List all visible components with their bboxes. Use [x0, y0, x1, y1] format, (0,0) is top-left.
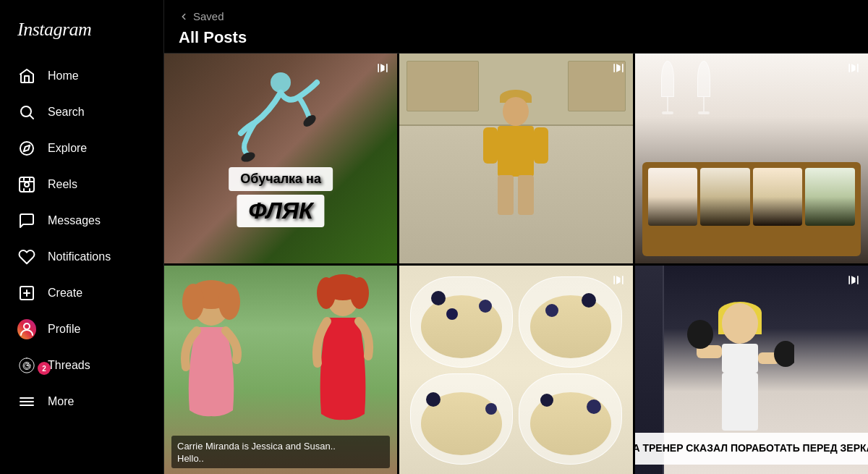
create-icon	[17, 284, 36, 302]
svg-rect-15	[498, 175, 514, 215]
search-icon	[17, 103, 36, 122]
explore-icon	[17, 139, 36, 158]
posts-grid: Обучалка на ФЛЯК	[164, 54, 868, 474]
sidebar: Instagram Home Search Explore Reels Mess…	[0, 0, 164, 474]
reel-icon-5	[611, 273, 626, 291]
svg-point-19	[182, 284, 204, 320]
main-content: Saved All Posts Обучалка на ФЛЯК	[164, 0, 868, 474]
svg-point-0	[21, 106, 31, 117]
threads-badge: 2	[38, 362, 51, 375]
reel-icon-1	[375, 61, 390, 79]
home-icon	[17, 67, 36, 85]
sidebar-item-profile[interactable]: Profile	[9, 311, 155, 347]
sidebar-item-reels[interactable]: Reels	[9, 166, 155, 203]
more-icon	[17, 392, 36, 411]
svg-point-23	[317, 277, 336, 309]
sidebar-item-label: Create	[48, 287, 82, 300]
back-label: Saved	[193, 10, 224, 22]
grid-item-cook[interactable]	[399, 54, 632, 263]
sidebar-item-label: Threads	[48, 359, 90, 372]
sidebar-item-label: Notifications	[48, 250, 111, 263]
svg-rect-14	[534, 127, 548, 164]
sidebar-item-label: Explore	[48, 142, 87, 155]
svg-point-3	[25, 182, 29, 187]
sidebar-item-label: Home	[48, 69, 79, 82]
sidebar-item-notifications[interactable]: Notifications	[9, 239, 155, 275]
sidebar-item-label: Messages	[48, 214, 101, 227]
sidebar-item-threads[interactable]: 2 Threads	[9, 347, 155, 384]
sidebar-item-label: Profile	[48, 323, 80, 336]
svg-rect-12	[498, 126, 534, 177]
sidebar-item-home[interactable]: Home	[9, 58, 155, 94]
svg-point-27	[722, 303, 758, 344]
reel-icon-6	[846, 273, 861, 291]
svg-point-5	[24, 323, 30, 329]
svg-rect-2	[20, 177, 34, 192]
grid-item-sushi[interactable]	[635, 54, 868, 263]
logo: Instagram	[9, 12, 155, 58]
svg-rect-16	[518, 175, 534, 215]
sidebar-item-explore[interactable]: Explore	[9, 130, 155, 166]
svg-point-30	[687, 320, 713, 349]
sidebar-item-more[interactable]: More	[9, 384, 155, 420]
profile-icon	[17, 320, 36, 339]
grid-item-dessert[interactable]	[399, 266, 632, 474]
avatar	[17, 319, 36, 339]
boxer-text: КОГДА ТРЕНЕР СКАЗАЛ ПОРАБОТАТЬ ПЕРЕД ЗЕР…	[635, 441, 868, 456]
svg-point-6	[271, 72, 291, 93]
sidebar-item-search[interactable]: Search	[9, 94, 155, 130]
tv-text2: Hello..	[177, 453, 384, 464]
notifications-icon	[17, 247, 36, 266]
gymnastics-text-1: Обучалка на	[229, 167, 333, 191]
svg-point-1	[20, 142, 33, 155]
grid-item-boxer[interactable]: КОГДА ТРЕНЕР СКАЗАЛ ПОРАБОТАТЬ ПЕРЕД ЗЕР…	[635, 266, 868, 474]
threads-icon: 2	[17, 356, 36, 375]
reel-icon-3	[846, 61, 861, 79]
back-link[interactable]: Saved	[179, 10, 854, 22]
svg-point-24	[350, 277, 369, 309]
svg-rect-33	[722, 373, 758, 431]
sidebar-item-messages[interactable]: Messages	[9, 203, 155, 239]
sidebar-item-label: More	[48, 395, 74, 408]
svg-rect-28	[722, 344, 758, 373]
sidebar-item-create[interactable]: Create	[9, 275, 155, 311]
messages-icon	[17, 211, 36, 230]
svg-point-20	[218, 284, 240, 320]
grid-item-gymnastics[interactable]: Обучалка на ФЛЯК	[164, 54, 397, 263]
sidebar-item-label: Search	[48, 106, 85, 119]
gymnastics-text-2: ФЛЯК	[237, 195, 325, 227]
grid-item-tv[interactable]: Carrie Miranda is Jessica and Susan.. He…	[164, 266, 397, 474]
svg-point-11	[503, 97, 529, 126]
tv-text: Carrie Miranda is Jessica and Susan..	[177, 440, 384, 453]
svg-rect-13	[483, 127, 498, 164]
top-bar: Saved All Posts	[164, 0, 868, 54]
reel-icon-2	[611, 61, 626, 79]
reels-icon	[17, 175, 36, 194]
sidebar-item-label: Reels	[48, 178, 77, 191]
page-title: All Posts	[179, 28, 854, 47]
